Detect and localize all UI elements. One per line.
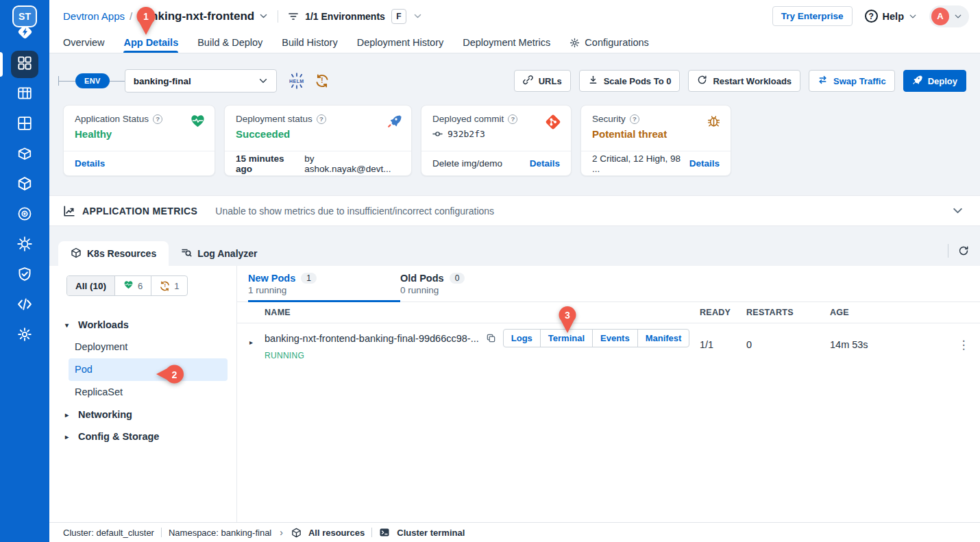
help-circle-icon[interactable]: ? xyxy=(508,114,517,124)
tree-item-replicaset[interactable]: ReplicaSet xyxy=(69,381,228,404)
environment-actions: URLs Scale Pods To 0 Restart Workloads S… xyxy=(514,70,966,92)
tree-group-config-storage[interactable]: ▸ Config & Storage xyxy=(59,426,236,447)
configurations-gear-icon xyxy=(569,38,580,48)
chart-line-icon xyxy=(63,205,75,217)
security-shield-icon xyxy=(17,267,32,284)
manifest-button[interactable]: Manifest xyxy=(637,330,689,347)
breadcrumb-devtron-apps[interactable]: Devtron Apps xyxy=(63,10,125,22)
header-right: Try Enterprise ? Help A xyxy=(772,5,969,27)
deploy-button[interactable]: Deploy xyxy=(903,70,966,92)
tab-build-deploy[interactable]: Build & Deploy xyxy=(197,32,262,53)
header-divider xyxy=(278,10,278,23)
pod-row[interactable]: ▸ banking-nxt-frontend-banking-final-99d… xyxy=(237,323,980,366)
user-menu[interactable]: A xyxy=(929,5,969,27)
application-status-card: Application Status ? Healthy Details xyxy=(63,105,215,176)
pod-age: 14m 53s xyxy=(830,339,947,350)
caret-down-icon: ▾ xyxy=(65,321,72,329)
annotation-marker-1: 1 xyxy=(136,6,156,36)
security-details-link[interactable]: Details xyxy=(689,158,720,169)
help-circle-icon[interactable]: ? xyxy=(153,114,162,124)
pod-restarts: 0 xyxy=(746,339,830,350)
pod-actions-group: Logs Terminal Events Manifest xyxy=(503,329,690,347)
tab-k8s-resources[interactable]: K8s Resources xyxy=(58,241,169,266)
tab-overview[interactable]: Overview xyxy=(63,32,104,53)
tree-item-deployment[interactable]: Deployment xyxy=(69,336,228,358)
tab-deployment-history[interactable]: Deployment History xyxy=(357,32,444,53)
filter-healthy[interactable]: 6 xyxy=(114,276,151,295)
help-menu[interactable]: ? Help xyxy=(865,10,917,23)
log-analyzer-icon xyxy=(181,247,192,260)
tab-deployment-metrics[interactable]: Deployment Metrics xyxy=(463,32,550,53)
tab-new-pods[interactable]: New Pods 1 1 running xyxy=(248,273,400,301)
environments-chevron-down-icon[interactable] xyxy=(413,12,422,21)
divider xyxy=(161,528,162,537)
sidebar-item-clusters[interactable] xyxy=(11,201,38,229)
caret-right-icon: ▸ xyxy=(65,411,72,419)
security-card: Security ? Potential threat 2 Critical, … xyxy=(580,105,731,176)
row-expand-caret-icon[interactable]: ▸ xyxy=(249,338,253,346)
tree-item-pod[interactable]: Pod xyxy=(69,358,228,381)
tab-configurations[interactable]: Configurations xyxy=(569,32,649,53)
pods-table-column: New Pods 1 1 running Old Pods 0 0 runnin… xyxy=(237,266,980,522)
tab-log-analyzer[interactable]: Log Analyzer xyxy=(169,241,269,266)
metrics-chevron-down-icon[interactable] xyxy=(952,205,964,217)
old-pods-running: 0 running xyxy=(400,285,552,301)
environment-bar: ENV banking-final HELM ! URLs Scale Pods… xyxy=(49,70,980,92)
deployed-commit-details-link[interactable]: Details xyxy=(530,158,560,169)
copy-icon[interactable] xyxy=(486,333,496,343)
environment-badge[interactable]: F xyxy=(391,9,406,24)
all-resources-link[interactable]: All resources xyxy=(308,528,365,538)
environment-select[interactable]: banking-final xyxy=(125,69,277,93)
scale-pods-button[interactable]: Scale Pods To 0 xyxy=(579,70,681,92)
sidebar-item-chart-store[interactable] xyxy=(11,232,38,259)
config-drift-icon: ! xyxy=(315,74,329,88)
sidebar-item-code[interactable] xyxy=(11,292,38,319)
releases-box-icon xyxy=(17,146,32,164)
commit-icon xyxy=(432,129,443,139)
status-filter-group: All (10) 6 ! 1 xyxy=(66,275,188,296)
sidebar-item-security[interactable] xyxy=(11,262,38,289)
app-name-chevron-down-icon[interactable] xyxy=(259,12,268,21)
application-status-details-link[interactable]: Details xyxy=(75,158,105,169)
swap-traffic-button[interactable]: Swap Traffic xyxy=(809,70,895,92)
tree-group-networking[interactable]: ▸ Networking xyxy=(59,404,236,426)
sidebar-item-applications[interactable] xyxy=(11,51,38,78)
terminal-icon xyxy=(379,527,390,538)
helm-icon: HELM xyxy=(288,73,306,89)
filter-all[interactable]: All (10) xyxy=(67,276,114,295)
events-button[interactable]: Events xyxy=(592,330,637,347)
refresh-icon[interactable] xyxy=(958,245,969,256)
filter-drifted[interactable]: ! 1 xyxy=(151,276,187,295)
sidebar-item-global-config[interactable] xyxy=(11,322,38,349)
try-enterprise-button[interactable]: Try Enterprise xyxy=(772,6,853,26)
status-cards: Application Status ? Healthy Details Dep… xyxy=(49,105,980,176)
old-pods-count-badge: 0 xyxy=(450,273,465,284)
commit-hash: 932b2f3 xyxy=(448,129,485,139)
metrics-title: APPLICATION METRICS xyxy=(82,206,197,217)
resource-tabs: K8s Resources Log Analyzer xyxy=(49,241,980,266)
chart-store-helm-icon xyxy=(17,236,32,254)
sidebar-item-resource-browser[interactable] xyxy=(11,171,38,199)
help-circle-icon[interactable]: ? xyxy=(317,114,326,124)
tab-old-pods[interactable]: Old Pods 0 0 running xyxy=(400,273,552,301)
app-tabbar: Overview App Details Build & Deploy Buil… xyxy=(49,32,980,53)
sidebar-item-releases[interactable] xyxy=(11,141,38,169)
sidebar-item-app-groups[interactable] xyxy=(11,111,38,138)
help-circle-icon[interactable]: ? xyxy=(630,114,639,124)
logs-button[interactable]: Logs xyxy=(504,330,540,347)
urls-button[interactable]: URLs xyxy=(514,70,571,92)
restart-workloads-button[interactable]: Restart Workloads xyxy=(688,70,800,92)
link-icon xyxy=(523,75,533,87)
annotation-marker-3: 3 xyxy=(558,306,577,334)
git-icon xyxy=(544,113,562,131)
env-line xyxy=(110,81,125,82)
devtron-window: ST Devtron Apps / banking-nxt-frontend 1… xyxy=(0,0,980,542)
sidebar-item-jobs[interactable] xyxy=(11,81,38,108)
tab-build-history[interactable]: Build History xyxy=(282,32,337,53)
column-name: NAME xyxy=(237,308,700,317)
tree-group-workloads[interactable]: ▾ Workloads xyxy=(59,314,236,336)
deployment-time: 15 minutes ago xyxy=(236,153,301,174)
cluster-terminal-link[interactable]: Cluster terminal xyxy=(397,528,465,538)
app-groups-icon xyxy=(17,116,32,134)
row-menu-kebab-icon[interactable]: ⋮ xyxy=(958,338,970,352)
